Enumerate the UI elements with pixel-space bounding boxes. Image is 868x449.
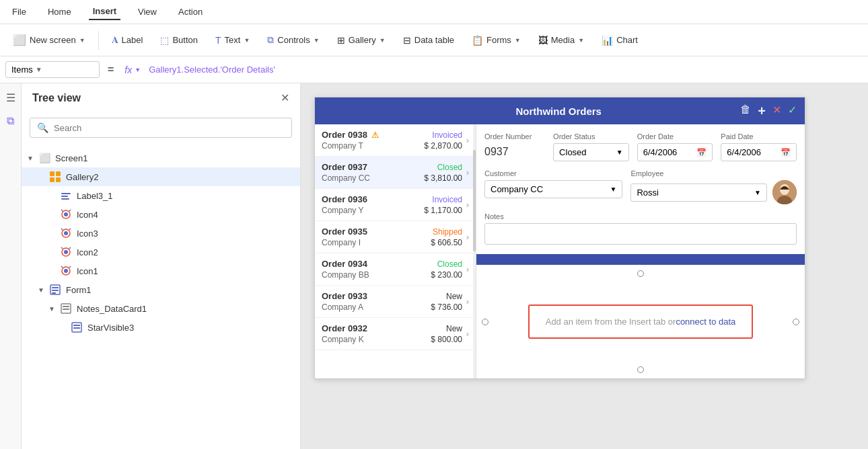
layers-icon[interactable]: ⧉ (4, 112, 17, 130)
order-row-0935[interactable]: Order 0935 Company I Shipped $ 606.50 › (315, 221, 476, 253)
menu-view[interactable]: View (134, 4, 161, 19)
tree-item-gallery2[interactable]: Gallery2 (22, 167, 300, 186)
property-dropdown[interactable]: Items ▼ (5, 61, 100, 78)
fx-button[interactable]: fx ▼ (122, 65, 143, 75)
button-button[interactable]: ⬚ Button (153, 31, 205, 50)
add-icon[interactable]: + (758, 104, 766, 119)
notes-input[interactable] (484, 223, 797, 245)
resize-handle-top[interactable] (637, 270, 644, 277)
property-chevron: ▼ (36, 66, 42, 73)
trash-icon[interactable]: 🗑 (740, 104, 751, 119)
data-table-button[interactable]: ⊟ Data table (396, 31, 462, 50)
menu-home[interactable]: Home (44, 4, 75, 19)
order-row-right-0932: New $ 800.00 (408, 324, 462, 344)
order-number-value: 0937 (484, 143, 545, 161)
new-screen-chevron: ▼ (79, 37, 85, 44)
orders-list: Order 0938 ⚠ Company T Invoiced $ 2,870.… (315, 124, 476, 378)
expand-screen1-icon: ▼ (27, 155, 38, 162)
svg-rect-5 (61, 196, 68, 197)
order-chevron-0934: › (466, 265, 469, 274)
fx-chevron: ▼ (135, 67, 141, 73)
sidebar: Tree view ✕ 🔍 ▼ ⬜ Screen1 Galle (22, 83, 301, 449)
tree-item-starvisible3[interactable]: StarVisible3 (22, 318, 300, 337)
order-row-0936[interactable]: Order 0936 Company Y Invoiced $ 1,170.00… (315, 189, 476, 221)
formula-text: Gallery1.Selected.'Order Details' (149, 65, 275, 75)
order-row-0932[interactable]: Order 0932 Company K New $ 800.00 › (315, 318, 476, 350)
search-icon: 🔍 (37, 122, 48, 133)
svg-rect-24 (52, 287, 59, 288)
text-button[interactable]: T Text ▼ (208, 31, 257, 50)
calendar-icon-order-date: 📅 (696, 148, 707, 157)
tree-item-icon1[interactable]: Icon1 (22, 261, 300, 280)
order-date-input[interactable]: 6/4/2006 📅 (637, 143, 713, 161)
order-row-0934[interactable]: Order 0934 Company BB Closed $ 230.00 › (315, 253, 476, 286)
resize-handle-bottom[interactable] (637, 366, 644, 373)
paid-date-input[interactable]: 6/4/2006 📅 (721, 143, 797, 161)
employee-row: Rossi ▼ (630, 180, 797, 204)
order-row-0933[interactable]: Order 0933 Company A New $ 736.00 › (315, 286, 476, 318)
order-amount-0936: $ 1,170.00 (424, 206, 462, 215)
sidebar-header: Tree view ✕ (22, 83, 300, 112)
new-screen-button[interactable]: ⬜ New screen ▼ (5, 30, 93, 50)
gallery-icon: ⊞ (337, 35, 345, 46)
order-id-0933: Order 0933 (322, 291, 408, 301)
controls-button[interactable]: ⧉ Controls ▼ (260, 30, 326, 50)
detail-row-2: Customer Company CC ▼ Employee (484, 169, 797, 204)
sidebar-title: Tree view (32, 92, 81, 104)
checkmark-icon[interactable]: ✓ (788, 104, 797, 119)
menu-file[interactable]: File (8, 4, 30, 19)
tree-item-icon2[interactable]: Icon2 (22, 243, 300, 261)
order-info-0934: Order 0934 Company BB (322, 259, 408, 280)
order-amount-0933: $ 736.00 (431, 302, 462, 312)
gallery-button[interactable]: ⊞ Gallery ▼ (330, 31, 393, 50)
order-status-select[interactable]: Closed ▼ (553, 143, 629, 161)
order-status-chevron: ▼ (616, 149, 623, 156)
controls-chevron: ▼ (314, 37, 320, 44)
order-info-0938: Order 0938 ⚠ Company T (322, 130, 408, 151)
tree-item-icon4[interactable]: Icon4 (22, 205, 300, 224)
order-company-0932: Company K (322, 335, 408, 344)
resize-handle-right[interactable] (793, 319, 799, 325)
label-button[interactable]: 𝐀 Label (104, 30, 151, 50)
media-chevron: ▼ (578, 37, 584, 44)
tree-item-form1[interactable]: ▼ Form1 (22, 280, 300, 299)
tree-item-label3_1[interactable]: Label3_1 (22, 186, 300, 205)
chart-icon: 📊 (602, 35, 613, 46)
menu-action[interactable]: Action (174, 4, 207, 19)
menu-insert[interactable]: Insert (89, 3, 120, 20)
order-row-0938[interactable]: Order 0938 ⚠ Company T Invoiced $ 2,870.… (315, 124, 476, 157)
chart-button[interactable]: 📊 Chart (594, 31, 645, 50)
text-chevron: ▼ (244, 37, 250, 44)
employee-select[interactable]: Rossi ▼ (630, 183, 767, 202)
content-placeholder: Add an item from the Insert tab or conne… (528, 304, 754, 339)
svg-line-17 (61, 247, 63, 249)
hamburger-menu-icon[interactable]: ☰ (3, 89, 18, 107)
label-icon: 𝐀 (112, 34, 118, 46)
forms-button[interactable]: 📋 Forms ▼ (464, 31, 528, 50)
tree-item-screen1[interactable]: ▼ ⬜ Screen1 (22, 149, 300, 167)
data-table-icon: ⊟ (403, 35, 411, 46)
order-status-0937: Closed (437, 163, 462, 172)
connect-data-link[interactable]: connect to data (676, 317, 735, 327)
order-info-0937: Order 0937 Company CC (322, 162, 408, 183)
order-status-0935: Shipped (433, 227, 462, 237)
sidebar-close-button[interactable]: ✕ (281, 91, 289, 104)
media-button[interactable]: 🖼 Media ▼ (531, 31, 591, 50)
notes-field: Notes (484, 212, 797, 245)
tree-item-notes-datacard1[interactable]: ▼ Notes_DataCard1 (22, 299, 300, 318)
notes-datacard1-label: Notes_DataCard1 (77, 304, 147, 314)
tree-item-icon3[interactable]: Icon3 (22, 224, 300, 243)
close-x-icon[interactable]: ✕ (772, 104, 781, 119)
order-status-0932: New (446, 324, 462, 333)
order-id-0934: Order 0934 (322, 259, 408, 269)
gallery-tree-icon (48, 170, 62, 183)
icon2-tree-icon (59, 245, 73, 259)
resize-handle-left[interactable] (482, 319, 489, 325)
formula-input[interactable]: Gallery1.Selected.'Order Details' (146, 63, 863, 76)
search-input[interactable] (54, 123, 285, 133)
svg-line-10 (69, 210, 71, 211)
order-row-0937[interactable]: Order 0937 Company CC Closed $ 3,810.00 … (315, 157, 476, 189)
customer-select[interactable]: Company CC ▼ (484, 180, 622, 198)
list-scroll-thumb[interactable] (473, 150, 476, 251)
datacard-tree-icon (59, 302, 73, 315)
